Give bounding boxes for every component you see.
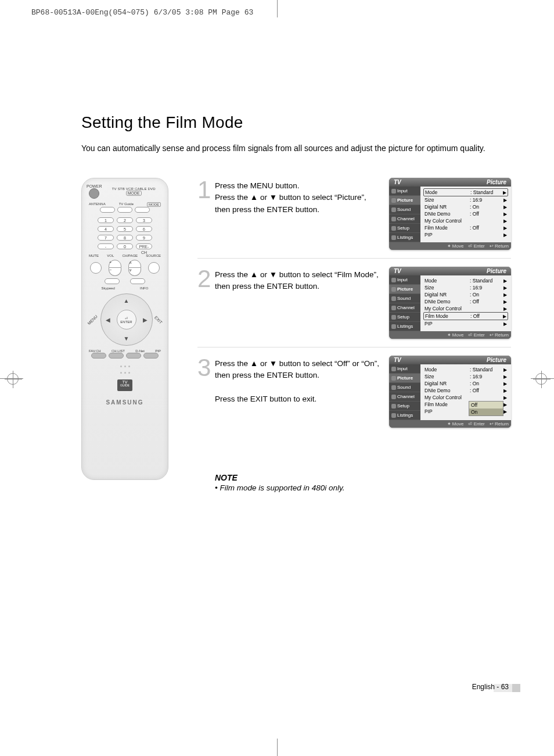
enter-button: ⏎ ENTER bbox=[117, 310, 136, 329]
mode-caption: MODE bbox=[126, 191, 142, 196]
vol-label: VOL bbox=[107, 254, 114, 257]
osd-foot-item: ✦ Move bbox=[447, 421, 464, 427]
osd-side-item: Sound bbox=[389, 205, 420, 214]
page-number: English - 63 bbox=[472, 683, 509, 691]
mute-button bbox=[90, 262, 102, 274]
osd-foot-item: ⏎ Enter bbox=[468, 243, 484, 249]
osd-row: PIP▶ bbox=[423, 231, 508, 238]
step-number: 3 bbox=[197, 357, 215, 379]
numpad-key: 5 bbox=[117, 226, 133, 232]
osd-row: Mode: Standard▶ bbox=[423, 277, 508, 284]
osd-side-item: Setup bbox=[389, 313, 420, 322]
skyp-button bbox=[105, 278, 120, 284]
mute-label: MUTE bbox=[89, 254, 99, 257]
info-button bbox=[130, 278, 145, 284]
step: 2Press the ▲ or ▼ button to select “Film… bbox=[197, 267, 511, 347]
osd-side-item: Channel bbox=[389, 214, 420, 224]
osd-side-item: Picture bbox=[389, 374, 420, 383]
osd-title-left: TV bbox=[394, 357, 401, 363]
osd-row: DNIe Demo: Off▶ bbox=[423, 387, 508, 394]
page-title: Setting the Film Mode bbox=[81, 113, 511, 132]
numpad-key: 4 bbox=[98, 226, 114, 232]
osd-row: Size: 16:9▶ bbox=[423, 373, 508, 380]
osd-side-item: Listings bbox=[389, 411, 420, 420]
osd-side-item: Picture bbox=[389, 196, 420, 205]
osd-row: DNIe Demo: Off▶ bbox=[423, 298, 508, 305]
source-label: SOURCE bbox=[146, 254, 161, 257]
osd-row: Mode: Standard▶ bbox=[423, 188, 508, 196]
osd-side-item: Channel bbox=[389, 303, 420, 313]
osd-side-item: Picture bbox=[389, 285, 420, 294]
osd-row: Size: 16:9▶ bbox=[423, 196, 508, 203]
down-arrow-icon: ▼ bbox=[124, 335, 129, 342]
numpad-key: 2 bbox=[117, 217, 133, 223]
osd-foot-item: ✦ Move bbox=[447, 332, 464, 338]
osd-side-item: Input bbox=[389, 364, 420, 374]
osd-footer: ✦ Move⏎ Enter↩ Return bbox=[389, 420, 511, 428]
tvguide-label: TV Guide bbox=[119, 202, 134, 207]
up-arrow-icon: ▲ bbox=[124, 298, 129, 304]
osd-row: DNIe Demo: Off▶ bbox=[423, 210, 508, 217]
osd-side-item: Sound bbox=[389, 294, 420, 303]
numpad-key: 3 bbox=[136, 217, 152, 223]
crop-mark-top bbox=[277, 0, 278, 17]
osd-row: My Color Control▶ bbox=[423, 394, 508, 401]
ch-rocker: ∧∨ bbox=[128, 260, 141, 276]
numpad-key: PRE-CH bbox=[136, 243, 152, 249]
intro-text: You can automatically sense and process … bbox=[81, 142, 511, 155]
note-text: • Film mode is supported in 480i only. bbox=[215, 483, 511, 492]
step: 3Press the ▲ or ▼ button to select “Off”… bbox=[197, 356, 511, 436]
osd-options: OffOn bbox=[469, 401, 503, 416]
osd-row: PIP▶ bbox=[423, 320, 508, 327]
osd-panel: TVPictureInputPictureSoundChannelSetupLi… bbox=[389, 178, 511, 250]
osd-row: Film Mode: Off▶ bbox=[423, 312, 508, 320]
osd-panel: TVPictureInputPictureSoundChannelSetupLi… bbox=[389, 356, 511, 428]
osd-side-item: Setup bbox=[389, 402, 420, 411]
osd-title-right: Picture bbox=[487, 357, 506, 363]
step-text: Press the ▲ or ▼ button to select “Off” … bbox=[215, 356, 389, 405]
osd-title-left: TV bbox=[394, 268, 401, 274]
brand-label: SAMSUNG bbox=[106, 399, 143, 406]
numpad-key: 6 bbox=[136, 226, 152, 232]
osd-foot-item: ⏎ Enter bbox=[468, 421, 484, 427]
exit-label: EXIT bbox=[154, 315, 163, 324]
osd-row: Digital NR: On▶ bbox=[423, 291, 508, 298]
vol-rocker: +− bbox=[109, 260, 121, 276]
osd-foot-item: ⏎ Enter bbox=[468, 332, 484, 338]
osd-side-item: Setup bbox=[389, 224, 420, 233]
osd-row: Digital NR: On▶ bbox=[423, 203, 508, 210]
osd-title-right: Picture bbox=[487, 179, 506, 185]
registration-mark-right bbox=[535, 373, 547, 385]
osd-side-item: Listings bbox=[389, 233, 420, 242]
right-arrow-icon: ▶ bbox=[143, 317, 148, 323]
numpad-key: 9 bbox=[136, 235, 152, 241]
osd-option: On bbox=[469, 409, 503, 415]
osd-foot-item: ↩ Return bbox=[490, 243, 509, 249]
tvguide-logo: TV GUIDE bbox=[117, 379, 132, 391]
osd-side-item: Channel bbox=[389, 392, 420, 402]
osd-row: Film Mode: Off▶ bbox=[423, 224, 508, 231]
power-label: POWER bbox=[87, 184, 102, 188]
osd-title-right: Picture bbox=[487, 268, 506, 274]
osd-footer: ✦ Move⏎ Enter↩ Return bbox=[389, 242, 511, 250]
mode-box: MODE bbox=[147, 202, 161, 207]
osd-side-item: Input bbox=[389, 275, 420, 285]
osd-foot-item: ↩ Return bbox=[490, 421, 509, 427]
antenna-label: ANTENNA bbox=[89, 202, 106, 207]
dpad: ▲ ▼ ◀ ▶ ⏎ ENTER bbox=[100, 293, 153, 346]
osd-row: My Color Control▶ bbox=[423, 217, 508, 224]
step-number: 2 bbox=[197, 268, 215, 290]
numpad-key: 1 bbox=[98, 217, 114, 223]
numpad-key: 7 bbox=[98, 235, 114, 241]
source-button bbox=[148, 262, 160, 274]
power-button bbox=[89, 188, 99, 199]
osd-side-item: Input bbox=[389, 187, 420, 196]
osd-foot-item: ↩ Return bbox=[490, 332, 509, 338]
step-text: Press the ▲ or ▼ button to select “Film … bbox=[215, 267, 389, 293]
left-arrow-icon: ◀ bbox=[106, 317, 110, 323]
osd-side-item: Listings bbox=[389, 322, 420, 331]
osd-row: My Color Control▶ bbox=[423, 305, 508, 312]
note-block: NOTE• Film mode is supported in 480i onl… bbox=[197, 473, 511, 492]
print-header: BP68-00513A-00Eng(054~075) 6/3/05 3:08 P… bbox=[31, 8, 253, 17]
numpad-key: - bbox=[98, 243, 114, 249]
